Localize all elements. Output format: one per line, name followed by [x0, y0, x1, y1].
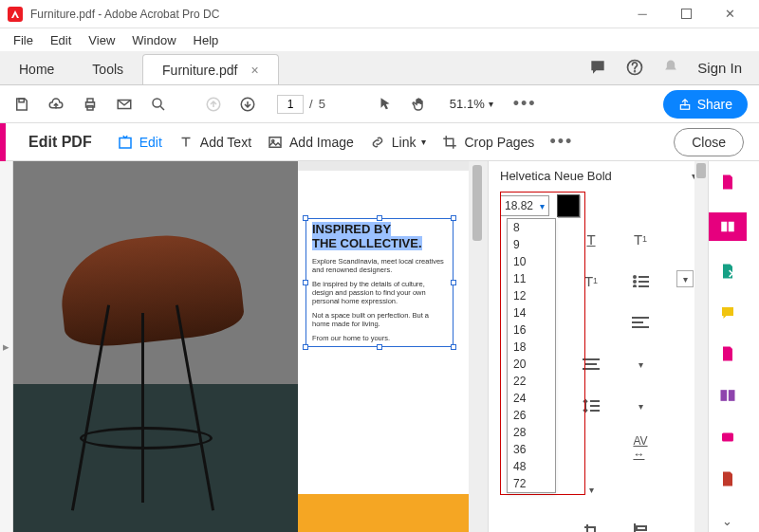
char-spacing-dropdown[interactable]: ▾	[578, 479, 604, 500]
add-text-button[interactable]: Add Text	[177, 134, 251, 151]
help-icon[interactable]	[625, 58, 644, 77]
resize-handle[interactable]	[451, 344, 456, 350]
maximize-button[interactable]	[664, 0, 708, 28]
rail-redact-icon[interactable]	[716, 426, 739, 449]
font-size-option[interactable]: 48	[508, 458, 555, 475]
crop-tool-button[interactable]	[578, 521, 604, 532]
rail-protect-icon[interactable]	[716, 468, 739, 490]
font-size-input[interactable]: 18.82 ▾	[500, 195, 549, 216]
resize-handle[interactable]	[303, 215, 308, 221]
font-color-swatch[interactable]	[557, 194, 580, 217]
format-panel-scrollbar[interactable]	[694, 161, 708, 532]
font-size-option[interactable]: 20	[508, 356, 555, 373]
line-spacing-button[interactable]	[578, 395, 604, 416]
rail-comment-icon[interactable]	[716, 302, 739, 324]
font-size-option[interactable]: 72	[508, 475, 555, 492]
document-viewport[interactable]: INSPIRED BY THE COLLECTIVE. Explore Scan…	[13, 161, 469, 532]
font-size-option[interactable]: 11	[508, 270, 555, 287]
menu-file[interactable]: File	[6, 31, 41, 49]
selected-text-frame[interactable]: INSPIRED BY THE COLLECTIVE. Explore Scan…	[305, 218, 454, 347]
font-size-option[interactable]: 28	[508, 424, 555, 441]
mail-icon[interactable]	[114, 94, 135, 115]
rail-expand-icon[interactable]: ⌄	[716, 509, 739, 532]
svg-point-3	[635, 71, 636, 72]
font-family-select[interactable]: Helvetica Neue Bold	[500, 169, 684, 183]
resize-handle[interactable]	[303, 344, 308, 350]
main-toolbar: / 5 51.1% ▾ ••• Share	[0, 85, 759, 123]
page-number-input[interactable]	[277, 95, 304, 114]
font-size-option[interactable]: 8	[508, 219, 555, 236]
share-button[interactable]: Share	[663, 90, 748, 119]
resize-handle[interactable]	[451, 280, 456, 285]
sign-in-button[interactable]: Sign In	[697, 60, 742, 76]
resize-handle[interactable]	[451, 215, 456, 221]
link-button[interactable]: Link ▾	[369, 134, 427, 151]
font-size-option[interactable]: 9	[508, 236, 555, 253]
tab-home[interactable]: Home	[0, 54, 73, 84]
minimize-button[interactable]: ─	[620, 0, 664, 28]
work-area: ▸ INSPIRED BY THE COLLECTIVE. Explore Sc…	[0, 161, 759, 532]
font-size-option[interactable]: 14	[508, 304, 555, 321]
bell-icon[interactable]	[661, 58, 680, 77]
comment-icon[interactable]	[587, 58, 608, 77]
print-icon[interactable]	[80, 94, 101, 115]
font-size-option[interactable]: 22	[508, 373, 555, 390]
font-size-option[interactable]: 12	[508, 287, 555, 304]
edit-label: Edit	[139, 135, 162, 150]
resize-handle[interactable]	[377, 215, 382, 221]
superscript-button[interactable]: T1	[627, 229, 654, 249]
close-editbar-button[interactable]: Close	[674, 128, 744, 156]
cloud-upload-icon[interactable]	[46, 94, 66, 115]
svg-point-18	[634, 281, 636, 283]
bullet-list-button[interactable]	[627, 270, 654, 291]
close-window-button[interactable]: ✕	[708, 0, 751, 28]
resize-handle[interactable]	[377, 344, 382, 350]
zoom-dropdown[interactable]: 51.1% ▾	[443, 94, 500, 114]
next-page-icon[interactable]	[237, 94, 258, 115]
underline-button[interactable]: T	[578, 229, 604, 249]
hand-icon[interactable]	[409, 94, 430, 115]
font-size-option[interactable]: 10	[508, 253, 555, 270]
menu-help[interactable]: Help	[186, 31, 227, 49]
rail-export-pdf-icon[interactable]	[716, 260, 739, 283]
align-left-button[interactable]	[627, 312, 654, 333]
tab-tools[interactable]: Tools	[73, 54, 142, 84]
prev-page-icon[interactable]	[203, 94, 224, 115]
subscript-button[interactable]: T1	[578, 270, 604, 291]
font-size-option[interactable]: 26	[508, 407, 555, 424]
tab-document[interactable]: Furniture.pdf ×	[142, 54, 279, 84]
spacer	[578, 312, 604, 333]
font-size-option[interactable]: 18	[508, 339, 555, 356]
align-center-button[interactable]	[578, 354, 604, 375]
menu-edit[interactable]: Edit	[43, 31, 79, 49]
menu-window[interactable]: Window	[124, 31, 183, 49]
more-toolbar-button[interactable]: •••	[513, 94, 537, 114]
heading-line[interactable]: INSPIRED BY THE COLLECTIVE.	[312, 223, 447, 251]
font-size-option[interactable]: 36	[508, 441, 555, 458]
font-size-option[interactable]: 16	[508, 321, 555, 339]
line-spacing-dropdown[interactable]: ▾	[627, 395, 654, 416]
rail-organize-icon[interactable]	[716, 343, 739, 366]
edit-button[interactable]: Edit	[117, 134, 162, 151]
font-size-option[interactable]: 24	[508, 390, 555, 407]
rail-create-pdf-icon[interactable]	[716, 171, 739, 193]
more-edit-button[interactable]: •••	[549, 132, 573, 152]
add-image-button[interactable]: Add Image	[267, 134, 354, 151]
align-objects-button[interactable]	[627, 521, 654, 532]
align-more-button[interactable]: ▾	[627, 354, 654, 375]
pointer-icon[interactable]	[375, 94, 396, 115]
menu-view[interactable]: View	[81, 31, 122, 49]
save-icon[interactable]	[11, 94, 32, 115]
tab-close-button[interactable]: ×	[250, 63, 258, 78]
list-style-dropdown[interactable]: ▾	[676, 270, 694, 287]
resize-handle[interactable]	[303, 280, 308, 285]
chevron-down-icon: ▾	[489, 99, 493, 109]
crop-button[interactable]: Crop Pages	[441, 134, 534, 151]
left-pane-toggle[interactable]: ▸	[0, 161, 13, 532]
rail-edit-pdf-icon[interactable]	[709, 212, 747, 241]
char-spacing-button[interactable]: AV↔	[627, 437, 654, 458]
rail-combine-icon[interactable]	[716, 384, 739, 407]
document-scrollbar[interactable]	[469, 161, 488, 532]
font-size-dropdown[interactable]: 891011121416182022242628364872	[507, 218, 556, 493]
search-icon[interactable]	[148, 94, 169, 115]
